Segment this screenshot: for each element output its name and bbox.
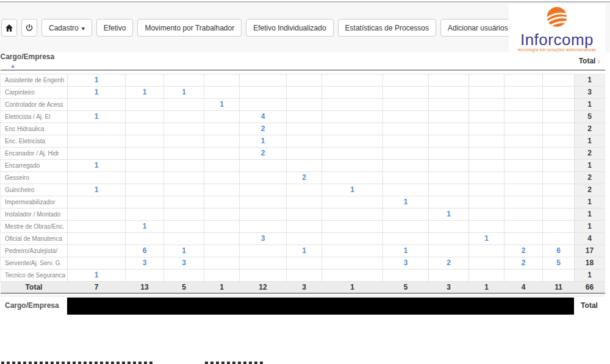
value-cell[interactable]: 1 xyxy=(287,244,322,257)
value-cell[interactable]: 1 xyxy=(469,232,504,244)
value-cell[interactable]: 3 xyxy=(164,257,204,269)
value-cell[interactable]: 1 xyxy=(68,184,126,196)
value-cell[interactable]: 4 xyxy=(240,110,287,123)
value-cell[interactable]: 1 xyxy=(68,269,126,281)
value-cell: 4 xyxy=(504,281,543,293)
value-cell[interactable]: 1 xyxy=(383,196,429,208)
value-cell xyxy=(126,208,164,220)
value-cell xyxy=(240,171,287,184)
table-row: Tecnico de Seguranca11 xyxy=(1,269,605,281)
value-cell xyxy=(429,171,469,184)
nav-button-movimento-por-trabalhador[interactable]: Movimento por Trabalhador xyxy=(137,19,242,37)
value-cell[interactable]: 6 xyxy=(543,244,575,257)
chevron-down-icon xyxy=(82,24,85,32)
value-cell[interactable]: 1 xyxy=(429,208,469,220)
value-cell xyxy=(126,123,164,135)
value-cell xyxy=(287,135,322,147)
value-cell[interactable]: 2 xyxy=(504,257,543,269)
nav-button-efetivo-individualizado[interactable]: Efetivo Individualizado xyxy=(246,19,333,37)
value-cell xyxy=(429,244,469,257)
value-cell xyxy=(204,110,240,123)
value-cell xyxy=(164,135,204,147)
table-row: Eletricista / Aj. El145 xyxy=(1,110,605,123)
value-cell xyxy=(68,123,126,135)
value-cell xyxy=(469,147,504,159)
second-column-header-cargo-empresa[interactable]: Cargo/Empresa xyxy=(0,296,67,315)
value-cell xyxy=(429,159,469,171)
value-cell xyxy=(469,196,504,208)
value-cell[interactable]: 2 xyxy=(240,123,287,135)
value-cell: 7 xyxy=(68,281,126,293)
row-total: 1 xyxy=(575,98,605,110)
value-cell xyxy=(469,110,504,123)
value-cell xyxy=(287,208,322,220)
value-cell[interactable]: 1 xyxy=(68,86,126,98)
value-cell xyxy=(240,74,287,86)
value-cell xyxy=(543,74,575,86)
row-label: Enc Hidraulica xyxy=(1,123,68,135)
value-cell xyxy=(504,98,543,110)
column-header-label: Total xyxy=(579,57,596,65)
value-cell xyxy=(469,208,504,220)
value-cell[interactable]: 1 xyxy=(164,86,204,98)
value-cell xyxy=(383,184,429,196)
value-cell[interactable]: 1 xyxy=(126,86,164,98)
value-cell xyxy=(287,74,322,86)
table-row: Pedreiro/Azulejista/61112617 xyxy=(1,244,605,257)
value-cell[interactable]: 2 xyxy=(240,147,287,159)
value-cell xyxy=(543,123,575,135)
table-row: Gesseiro22 xyxy=(1,171,605,184)
value-cell[interactable]: 6 xyxy=(126,244,164,257)
value-cell[interactable]: 5 xyxy=(543,257,575,269)
second-column-header-total[interactable]: Total xyxy=(574,296,605,315)
value-cell xyxy=(126,147,164,159)
table-row: Oficial de Manutenca314 xyxy=(1,232,605,244)
value-cell[interactable]: 2 xyxy=(287,171,322,184)
column-header-total[interactable]: Total xyxy=(575,52,605,70)
row-total: 2 xyxy=(575,123,605,135)
value-cell[interactable]: 1 xyxy=(68,74,126,86)
value-cell xyxy=(204,123,240,135)
value-cell xyxy=(204,232,240,244)
nav-button-cadastro[interactable]: Cadastro xyxy=(41,19,92,37)
value-cell[interactable]: 2 xyxy=(429,257,469,269)
value-cell[interactable]: 1 xyxy=(240,135,287,147)
value-cell xyxy=(322,123,383,135)
value-cell[interactable]: 2 xyxy=(504,244,543,257)
value-cell[interactable]: 1 xyxy=(68,110,126,123)
table-row: Enc Hidraulica22 xyxy=(1,123,605,135)
value-cell[interactable]: 1 xyxy=(204,98,240,110)
value-cell[interactable]: 1 xyxy=(383,244,429,257)
value-cell xyxy=(469,135,504,147)
value-cell[interactable]: 3 xyxy=(383,257,429,269)
value-cell[interactable]: 3 xyxy=(126,257,164,269)
value-cell xyxy=(383,110,429,123)
value-cell xyxy=(322,208,383,220)
nav-button-efetivo[interactable]: Efetivo xyxy=(96,19,134,37)
value-cell xyxy=(469,184,504,196)
row-total: 18 xyxy=(575,257,605,269)
value-cell xyxy=(240,86,287,98)
nav-button-estatisticas-de-processos[interactable]: Estatísticas de Processos xyxy=(338,19,436,37)
value-cell xyxy=(504,196,543,208)
column-header-cargo-empresa[interactable]: Cargo/Empresa xyxy=(1,52,68,70)
value-cell[interactable]: 1 xyxy=(164,244,204,257)
value-cell[interactable]: 3 xyxy=(240,232,287,244)
value-cell[interactable]: 1 xyxy=(322,184,383,196)
row-total: 1 xyxy=(575,159,605,171)
second-table-header: Cargo/Empresa Total xyxy=(0,296,605,315)
value-cell xyxy=(429,232,469,244)
value-cell xyxy=(469,257,504,269)
value-cell[interactable]: 1 xyxy=(68,159,126,171)
value-cell: 3 xyxy=(429,281,469,293)
value-cell xyxy=(68,196,126,208)
value-cell xyxy=(126,135,164,147)
value-cell xyxy=(204,269,240,281)
home-button[interactable] xyxy=(1,19,17,37)
row-label: Pedreiro/Azulejista/ xyxy=(1,244,68,257)
logout-button[interactable] xyxy=(21,19,37,37)
table-row: Guincheiro112 xyxy=(1,184,605,196)
value-cell[interactable]: 1 xyxy=(126,220,164,232)
value-cell xyxy=(164,196,204,208)
row-label: Instalador / Montado xyxy=(1,208,68,220)
